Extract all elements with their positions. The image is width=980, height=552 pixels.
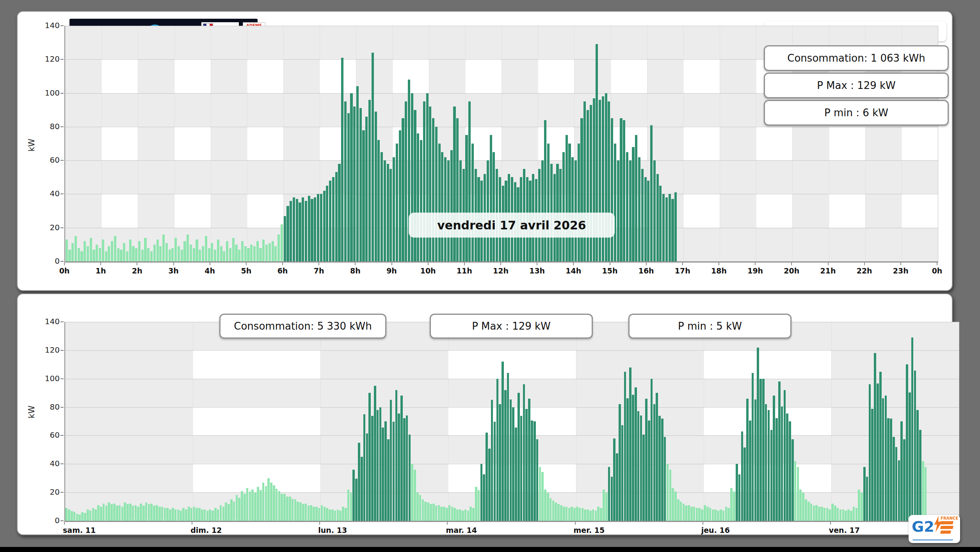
power-bar: [205, 236, 207, 261]
checker-cell: [574, 59, 611, 93]
grid-vline: [211, 26, 211, 261]
checker-cell: [138, 26, 174, 59]
power-bar: [499, 404, 501, 521]
power-bar: [145, 502, 148, 521]
checker-cell: [429, 26, 466, 59]
power-bar: [488, 449, 491, 521]
power-bar: [148, 504, 150, 521]
checker-cell: [101, 59, 138, 93]
power-bar: [829, 509, 831, 521]
checker-cell: [831, 378, 959, 407]
power-bar: [906, 364, 908, 521]
power-bar: [296, 199, 298, 261]
x-tick-label: 3h: [162, 266, 185, 275]
power-bar: [768, 410, 770, 521]
power-bar: [84, 241, 86, 261]
power-bar: [584, 509, 586, 521]
checker-cell: [720, 194, 756, 228]
power-bar: [326, 186, 328, 261]
checker-cell: [138, 194, 174, 228]
power-bar: [390, 169, 392, 261]
power-bar: [342, 507, 344, 521]
power-bar: [183, 241, 186, 261]
x-tick-mark: [703, 522, 703, 525]
power-bar: [297, 502, 299, 521]
power-bar: [181, 250, 183, 261]
power-bar: [66, 240, 68, 261]
y-tick-mark: [60, 93, 64, 94]
power-bar: [281, 494, 283, 521]
power-bar: [557, 504, 560, 521]
power-bar: [214, 508, 217, 521]
power-bar: [574, 160, 577, 261]
x-tick-mark: [573, 263, 574, 265]
power-bar: [438, 505, 440, 521]
checker-cell: [247, 160, 284, 194]
power-bar: [770, 430, 773, 521]
power-bar: [641, 169, 644, 261]
power-bar: [405, 101, 407, 261]
power-bar: [661, 419, 663, 521]
x-tick-label: 19h: [743, 266, 767, 275]
x-tick-mark: [575, 522, 576, 525]
power-bar: [736, 464, 738, 521]
checker-cell: [720, 160, 756, 194]
power-bar: [174, 238, 177, 261]
x-tick-mark: [828, 263, 829, 265]
power-bar: [595, 511, 597, 521]
x-tick-label: 18h: [707, 266, 731, 275]
checker-cell: [101, 26, 138, 59]
power-bar: [579, 508, 581, 521]
power-bar: [337, 509, 339, 521]
power-bar: [459, 509, 461, 521]
x-tick-mark: [319, 522, 320, 525]
power-bar: [566, 507, 568, 521]
checker-cell: [283, 160, 320, 194]
power-bar: [193, 507, 196, 521]
power-bar: [502, 362, 504, 521]
checker-cell: [101, 93, 138, 127]
power-bar: [855, 508, 858, 521]
power-bar: [898, 460, 900, 521]
power-bar: [396, 144, 398, 261]
weekly-pmax-badge: P Max : 129 kW: [430, 314, 593, 339]
x-tick-mark: [830, 522, 831, 525]
x-tick-mark: [864, 263, 865, 265]
power-bar: [220, 246, 222, 261]
power-bar: [869, 384, 871, 521]
power-bar: [448, 505, 451, 521]
power-bar: [284, 216, 286, 261]
power-bar: [368, 100, 371, 261]
power-bar: [414, 110, 416, 261]
power-bar: [648, 421, 650, 521]
power-bar: [464, 509, 467, 521]
power-bar: [674, 192, 677, 261]
power-bar: [821, 507, 823, 521]
y-tick-mark: [60, 435, 64, 436]
y-tick-label: 140: [31, 21, 60, 30]
power-bar: [262, 483, 265, 521]
power-bar: [688, 505, 690, 521]
power-bar: [911, 337, 914, 521]
power-bar: [254, 493, 256, 521]
daily-consumption-badge: Consommation: 1 063 kWh: [764, 45, 949, 71]
power-bar: [105, 251, 107, 261]
x-tick-mark: [282, 263, 283, 265]
weekly-pmin-badge: P min : 5 kW: [628, 314, 791, 339]
power-bar: [571, 157, 574, 261]
power-bar: [153, 245, 156, 261]
x-tick-label: 2h: [125, 266, 149, 275]
checker-cell: [683, 194, 720, 228]
power-bar: [402, 118, 404, 261]
checker-cell: [193, 407, 321, 435]
checker-cell: [829, 160, 866, 194]
grid-vline: [756, 26, 756, 261]
power-bar: [71, 511, 73, 521]
power-bar: [919, 430, 921, 521]
x-tick-label: 17h: [671, 266, 694, 275]
power-bar: [714, 509, 717, 521]
power-bar: [73, 512, 76, 521]
checker-cell: [65, 350, 193, 378]
checker-cell: [247, 93, 284, 127]
power-bar: [129, 240, 132, 261]
